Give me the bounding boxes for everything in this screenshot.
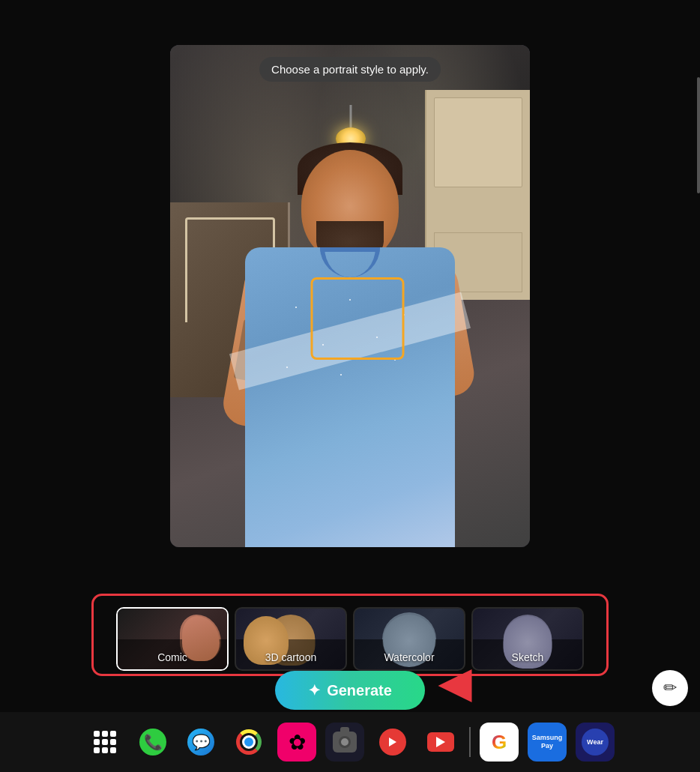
dock-samsung-pay[interactable]: SamsungPay: [528, 723, 567, 762]
face-detection-box: [311, 277, 405, 360]
dock-camera[interactable]: [325, 723, 364, 762]
style-item-comic[interactable]: Comic: [116, 607, 229, 671]
youtube-icon: [427, 732, 454, 752]
photo-inner: [170, 45, 530, 547]
dock-google[interactable]: G: [480, 723, 519, 762]
tank-collar: [320, 247, 380, 277]
blossom-icon: ✿: [289, 730, 306, 755]
style-label-comic: Comic: [118, 651, 227, 663]
apps-grid-icon: [94, 731, 116, 753]
dock-messages[interactable]: 💬: [181, 723, 220, 762]
youtube-music-icon: [379, 729, 406, 756]
google-icon: G: [492, 731, 507, 754]
style-label-sketch: Sketch: [473, 651, 582, 663]
camera-lens: [339, 736, 351, 748]
edit-button[interactable]: ✏: [652, 670, 688, 706]
edit-pencil-icon: ✏: [663, 678, 677, 698]
tooltip: Choose a portrait style to apply.: [259, 57, 441, 82]
generate-sparkle-icon: ✦: [308, 681, 321, 699]
wear-icon: Wear: [582, 729, 609, 756]
style-item-3dcartoon[interactable]: 3D cartoon: [235, 607, 347, 671]
dock-chrome[interactable]: [229, 723, 268, 762]
camera-icon: [333, 732, 357, 753]
dock-youtube-music[interactable]: [373, 723, 412, 762]
dock-blossom[interactable]: ✿: [277, 723, 316, 762]
samsung-pay-icon: SamsungPay: [532, 734, 563, 750]
scrollbar-thumb[interactable]: [697, 77, 700, 193]
style-item-sketch[interactable]: Sketch: [471, 607, 584, 671]
style-label-watercolor: Watercolor: [354, 651, 464, 663]
dock-divider: [469, 727, 471, 757]
arrow-shape: [438, 669, 472, 702]
dock-wear[interactable]: Wear: [576, 723, 615, 762]
dock-phone[interactable]: 📞: [133, 723, 172, 762]
messages-icon: 💬: [187, 729, 214, 756]
chrome-icon: [236, 729, 262, 755]
tooltip-text: Choose a portrait style to apply.: [271, 63, 429, 76]
generate-label: Generate: [327, 682, 392, 699]
dock-apps-grid[interactable]: [85, 723, 124, 762]
generate-button[interactable]: ✦ Generate: [275, 671, 425, 710]
dock-youtube[interactable]: [421, 723, 460, 762]
style-selector-row: Comic 3D cartoon Watercolor Sketch: [116, 607, 584, 671]
wear-label: Wear: [587, 738, 603, 746]
style-label-3dcartoon: 3D cartoon: [236, 651, 346, 663]
phone-icon: 📞: [139, 729, 166, 756]
arrow-indicator: [438, 669, 472, 702]
style-item-watercolor[interactable]: Watercolor: [353, 607, 465, 671]
photo-area: [170, 45, 530, 547]
bottom-dock: 📞 💬 ✿ G SamsungPay Wear: [0, 712, 700, 772]
scrollbar[interactable]: [696, 0, 700, 772]
